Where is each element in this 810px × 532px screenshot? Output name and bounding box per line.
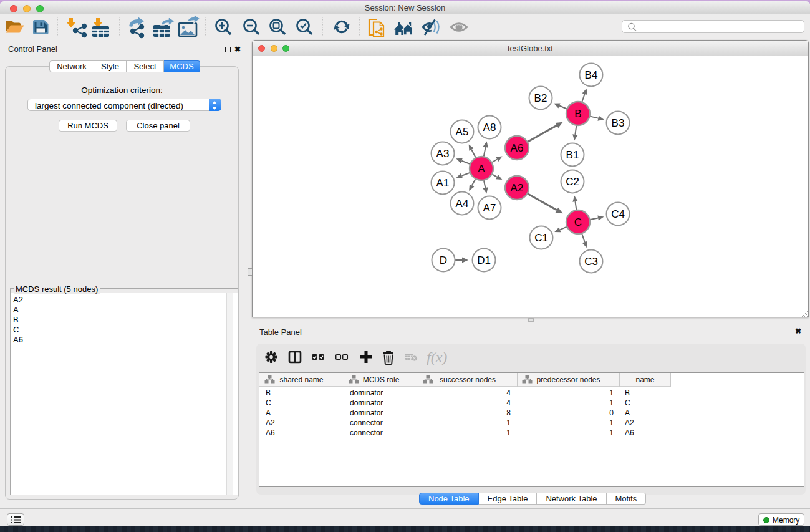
svg-text:f(x): f(x) [427,349,447,365]
svg-text:C2: C2 [566,176,579,188]
svg-text:C3: C3 [584,256,598,268]
svg-text:A7: A7 [483,202,496,214]
svg-text:A2: A2 [511,182,524,194]
svg-text:D: D [440,254,447,266]
svg-text:C1: C1 [534,232,548,244]
svg-text:A: A [478,163,485,175]
svg-text:C: C [574,216,582,228]
svg-text:B: B [574,108,581,120]
svg-text:A4: A4 [456,198,469,210]
svg-text:B1: B1 [566,149,579,161]
svg-text:A8: A8 [483,122,496,133]
svg-text:B4: B4 [585,69,598,81]
svg-text:A1: A1 [436,177,450,189]
svg-text:A3: A3 [436,148,450,160]
svg-text:D1: D1 [477,254,491,266]
svg-text:A5: A5 [456,126,469,138]
svg-text:A6: A6 [511,142,524,154]
svg-text:B3: B3 [612,117,625,129]
svg-text:C4: C4 [611,208,625,220]
svg-text:B2: B2 [534,92,547,104]
